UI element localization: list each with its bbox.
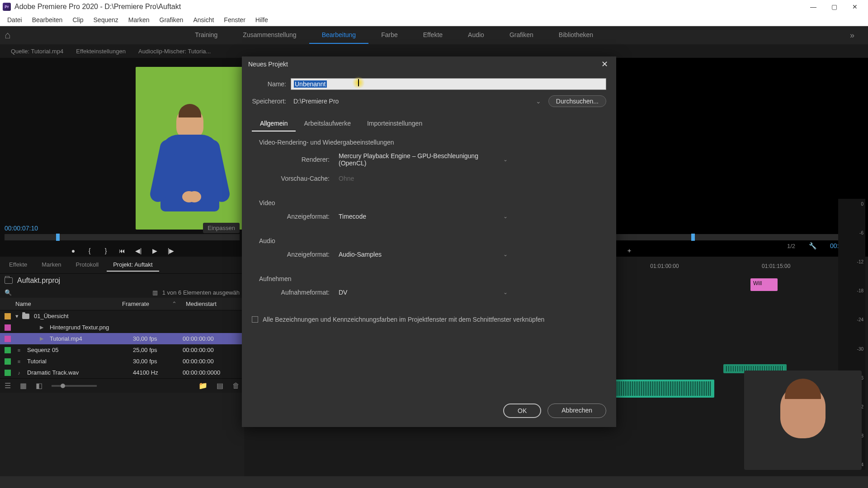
- menu-bearbeiten[interactable]: Bearbeiten: [28, 14, 67, 25]
- ruler-tick: 01:01:00:00: [609, 263, 721, 272]
- add-marker-icon[interactable]: ●: [69, 247, 77, 255]
- source-panel-tabs: Quelle: Tutorial.mp4 Effekteinstellungen…: [0, 44, 868, 58]
- label-swatch: [5, 370, 11, 376]
- ok-button[interactable]: OK: [503, 404, 541, 418]
- window-titlebar: Pr Adobe Premiere Pro 2020 - D:\Premiere…: [0, 0, 868, 14]
- tab-marken[interactable]: Marken: [35, 258, 67, 272]
- dialog-title: Neues Projekt: [248, 61, 288, 68]
- zoom-slider[interactable]: [52, 385, 97, 387]
- audio-format-dropdown[interactable]: Audio-Samples⌄: [335, 249, 511, 260]
- col-name[interactable]: Name: [5, 300, 122, 307]
- item-framerate: 44100 Hz: [133, 369, 183, 376]
- meter-tick: -30: [840, 347, 863, 352]
- close-window-button[interactable]: ✕: [844, 0, 865, 14]
- source-scrubber[interactable]: [5, 234, 240, 240]
- step-back-icon[interactable]: ◀|: [134, 247, 142, 255]
- maximize-button[interactable]: ▢: [824, 0, 844, 14]
- label-swatch: [5, 336, 11, 342]
- tab-audio-mixer[interactable]: Audioclip-Mischer: Tutoria...: [132, 45, 217, 57]
- new-bin-icon[interactable]: 📁: [198, 381, 208, 390]
- item-framerate: 30,00 fps: [133, 358, 183, 365]
- table-row[interactable]: ≡Sequenz 0525,00 fps00:00:00:00: [0, 344, 244, 356]
- menu-fenster[interactable]: Fenster: [219, 14, 250, 25]
- video-format-dropdown[interactable]: Timecode⌄: [335, 211, 511, 222]
- location-dropdown[interactable]: D:\Premiere Pro⌄: [291, 96, 544, 107]
- clip-icon: ≡: [15, 359, 23, 364]
- tab-allgemein[interactable]: Allgemein: [252, 116, 296, 131]
- capture-format-dropdown[interactable]: DV⌄: [335, 287, 511, 298]
- menu-sequenz[interactable]: Sequenz: [89, 14, 123, 25]
- cache-label: Vorschau-Cache:: [259, 175, 335, 182]
- selection-count: 1 von 6 Elementen ausgewäh: [162, 289, 240, 296]
- workspace-tab-grafiken[interactable]: Grafiken: [497, 27, 546, 44]
- renderer-dropdown[interactable]: Mercury Playback Engine – GPU-Beschleuni…: [335, 150, 511, 169]
- play-icon[interactable]: ▶: [151, 247, 159, 255]
- step-fwd-icon[interactable]: |▶: [167, 247, 175, 255]
- filter-bin-icon[interactable]: ▥: [152, 289, 158, 296]
- tab-arbeitslaufwerke[interactable]: Arbeitslaufwerke: [296, 116, 359, 131]
- item-medienstart: 00:00:00:00: [183, 335, 237, 342]
- tab-projekt[interactable]: Projekt: Auftakt: [107, 258, 159, 272]
- video-clip[interactable]: Will: [750, 278, 778, 291]
- workspace-tab-bibliotheken[interactable]: Bibliotheken: [546, 27, 606, 44]
- workspace-tab-training[interactable]: Training: [182, 27, 230, 44]
- menu-marken[interactable]: Marken: [124, 14, 154, 25]
- table-row[interactable]: ♪Dramatic Track.wav44100 Hz00:00:00:0000: [0, 367, 244, 378]
- table-row[interactable]: ▾01_Übersicht: [0, 310, 244, 322]
- dialog-close-icon[interactable]: ✕: [599, 59, 610, 69]
- table-row[interactable]: ▶Tutorial.mp430,00 fps00:00:00:00: [0, 333, 244, 344]
- menu-grafiken[interactable]: Grafiken: [155, 14, 188, 25]
- workspace-tab-bearbeitung[interactable]: Bearbeitung: [309, 27, 369, 44]
- source-timecode[interactable]: 00:00:07:10: [5, 225, 38, 232]
- browse-button[interactable]: Durchsuchen...: [548, 95, 606, 107]
- home-icon[interactable]: ⌂: [5, 29, 10, 41]
- tab-effekte[interactable]: Effekte: [3, 258, 33, 272]
- workspace-overflow-icon[interactable]: »: [841, 31, 863, 40]
- sort-arrow-icon[interactable]: ⌃: [172, 300, 177, 307]
- settings-plus-icon[interactable]: ＋: [625, 247, 633, 255]
- fit-dropdown[interactable]: Einpassen: [203, 223, 240, 233]
- tab-protokoll[interactable]: Protokoll: [70, 258, 105, 272]
- source-video-preview[interactable]: [136, 67, 244, 230]
- trash-icon[interactable]: 🗑: [232, 382, 240, 390]
- menu-hilfe[interactable]: Hilfe: [251, 14, 273, 25]
- menu-clip[interactable]: Clip: [68, 14, 88, 25]
- cancel-button[interactable]: Abbrechen: [547, 404, 606, 418]
- new-item-icon[interactable]: ▤: [217, 381, 223, 390]
- icon-view-icon[interactable]: ▦: [20, 381, 27, 390]
- freeform-view-icon[interactable]: ◧: [36, 381, 42, 390]
- program-zoom[interactable]: 1/2: [787, 243, 795, 249]
- goto-in-icon[interactable]: ⏮: [118, 247, 126, 255]
- list-view-icon[interactable]: ☰: [5, 381, 11, 390]
- table-row[interactable]: ▶Hintergrund Textur.png: [0, 322, 244, 333]
- workspace-tab-zusammenstellung[interactable]: Zusammenstellung: [230, 27, 309, 44]
- meter-tick: -18: [840, 288, 863, 293]
- table-row[interactable]: ≡Tutorial30,00 fps00:00:00:00: [0, 356, 244, 367]
- link-labels-checkbox[interactable]: [252, 316, 258, 323]
- label-swatch: [5, 324, 11, 331]
- menu-datei[interactable]: Datei: [3, 14, 27, 25]
- text-cursor-icon: [352, 76, 365, 89]
- item-framerate: 25,00 fps: [133, 347, 183, 353]
- clip-icon: ▶: [38, 325, 45, 330]
- project-name-input[interactable]: Unbenannt: [291, 78, 606, 90]
- project-bottom-toolbar: ☰ ▦ ◧ 📁 ▤ 🗑: [0, 378, 244, 393]
- expand-icon[interactable]: ▾: [15, 313, 19, 319]
- workspace-tab-effekte[interactable]: Effekte: [410, 27, 455, 44]
- minimize-button[interactable]: —: [803, 0, 824, 14]
- workspace-tab-audio[interactable]: Audio: [455, 27, 497, 44]
- tab-source[interactable]: Quelle: Tutorial.mp4: [5, 45, 70, 57]
- ruler-tick: 01:01:15:00: [720, 263, 832, 272]
- search-icon[interactable]: 🔍: [5, 289, 12, 296]
- mark-in-icon[interactable]: {: [85, 247, 94, 255]
- col-medienstart[interactable]: Medienstart: [186, 300, 240, 307]
- tab-effect-controls[interactable]: Effekteinstellungen: [70, 45, 132, 57]
- workspace-tab-farbe[interactable]: Farbe: [368, 27, 410, 44]
- wrench-icon[interactable]: 🔧: [809, 242, 816, 249]
- mark-out-icon[interactable]: }: [102, 247, 110, 255]
- section-capture-title: Aufnehmen: [259, 275, 606, 282]
- video-format-label: Anzeigeformat:: [259, 213, 335, 220]
- tab-importeinstellungen[interactable]: Importeinstellungen: [359, 116, 430, 131]
- menu-ansicht[interactable]: Ansicht: [189, 14, 218, 25]
- col-framerate[interactable]: Framerate: [122, 300, 172, 307]
